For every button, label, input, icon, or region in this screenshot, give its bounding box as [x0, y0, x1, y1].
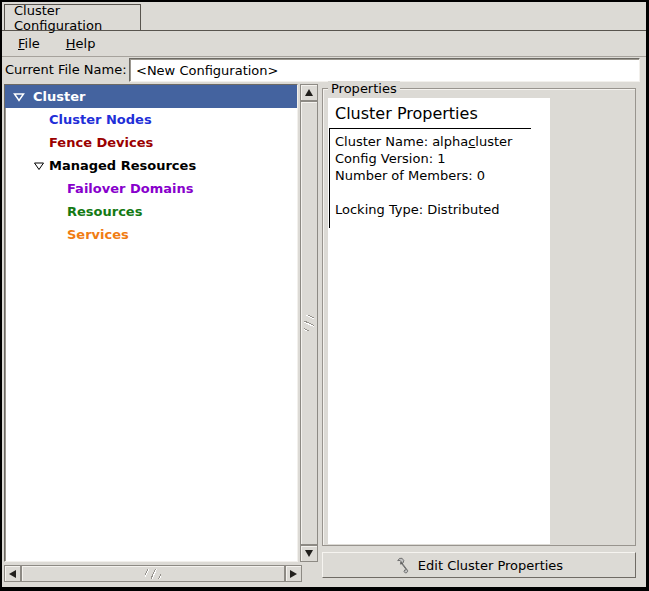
scrollbar-grip — [145, 569, 161, 579]
tree-item-label: Fence Devices — [49, 135, 153, 150]
scrollbar-grip — [304, 315, 314, 331]
tree-vertical-scrollbar[interactable] — [300, 84, 318, 562]
scroll-left-button[interactable] — [4, 565, 21, 582]
locking-type-line: Locking Type: Distributed — [335, 201, 531, 218]
properties-text-block: Cluster Name: alphacluster Config Versio… — [329, 128, 531, 228]
properties-heading: Cluster Properties — [335, 104, 478, 123]
edit-button-label: Edit Cluster Properties — [418, 558, 563, 573]
tree-item-managed-resources[interactable]: Managed Resources — [5, 154, 297, 177]
tree-item-label: Cluster — [33, 89, 85, 104]
tab-label: Cluster Configuration — [14, 3, 140, 33]
right-arrow-icon — [290, 570, 297, 578]
scroll-down-button[interactable] — [300, 545, 318, 562]
tree-item-label: Failover Domains — [67, 181, 193, 196]
tree-item-label: Cluster Nodes — [49, 112, 152, 127]
tree-item-services[interactable]: Services — [5, 223, 297, 246]
up-arrow-icon — [305, 89, 313, 96]
tree-item-cluster[interactable]: Cluster — [5, 85, 297, 108]
tree-item-label: Resources — [67, 204, 142, 219]
properties-canvas: Cluster Properties Cluster Name: alphacl… — [328, 98, 550, 544]
horizontal-scrollbar-thumb[interactable] — [21, 565, 285, 582]
menubar: File Help — [2, 31, 646, 57]
scroll-up-button[interactable] — [300, 84, 318, 101]
tree-item-failover-domains[interactable]: Failover Domains — [5, 177, 297, 200]
tree-item-label: Services — [67, 227, 129, 242]
menu-item-help[interactable]: Help — [62, 34, 100, 53]
expander-down-icon[interactable] — [31, 160, 47, 172]
tree-item-fence-devices[interactable]: Fence Devices — [5, 131, 297, 154]
properties-group: Cluster Properties Cluster Name: alphacl… — [322, 88, 636, 546]
current-file-name-label: Current File Name: — [5, 62, 127, 77]
tree-item-cluster-nodes[interactable]: Cluster Nodes — [5, 108, 297, 131]
number-of-members-line: Number of Members: 0 — [335, 167, 531, 184]
cluster-configuration-window: Cluster Configuration File Help Current … — [2, 2, 646, 587]
menu-item-file[interactable]: File — [14, 34, 44, 53]
left-arrow-icon — [9, 570, 16, 578]
edit-cluster-properties-button[interactable]: Edit Cluster Properties — [322, 552, 636, 578]
properties-group-label: Properties — [328, 81, 400, 96]
scroll-right-button[interactable] — [285, 565, 302, 582]
config-version-line: Config Version: 1 — [335, 150, 531, 167]
cluster-tree: Cluster Cluster Nodes Fence Devices Mana… — [4, 84, 298, 562]
tree-horizontal-scrollbar[interactable] — [4, 565, 302, 582]
wrench-icon — [395, 557, 412, 574]
current-file-name-bar: Current File Name: — [2, 58, 646, 83]
window-frame: Cluster Configuration File Help Current … — [0, 0, 649, 591]
vertical-scrollbar-thumb[interactable] — [300, 101, 318, 545]
cluster-name-line: Cluster Name: alphacluster — [335, 133, 531, 150]
tab-cluster-configuration[interactable]: Cluster Configuration — [4, 4, 141, 30]
current-file-name-input[interactable] — [129, 58, 640, 82]
tree-item-resources[interactable]: Resources — [5, 200, 297, 223]
down-arrow-icon — [305, 550, 313, 557]
tree-item-label: Managed Resources — [49, 158, 196, 173]
expander-down-icon[interactable] — [11, 91, 27, 103]
